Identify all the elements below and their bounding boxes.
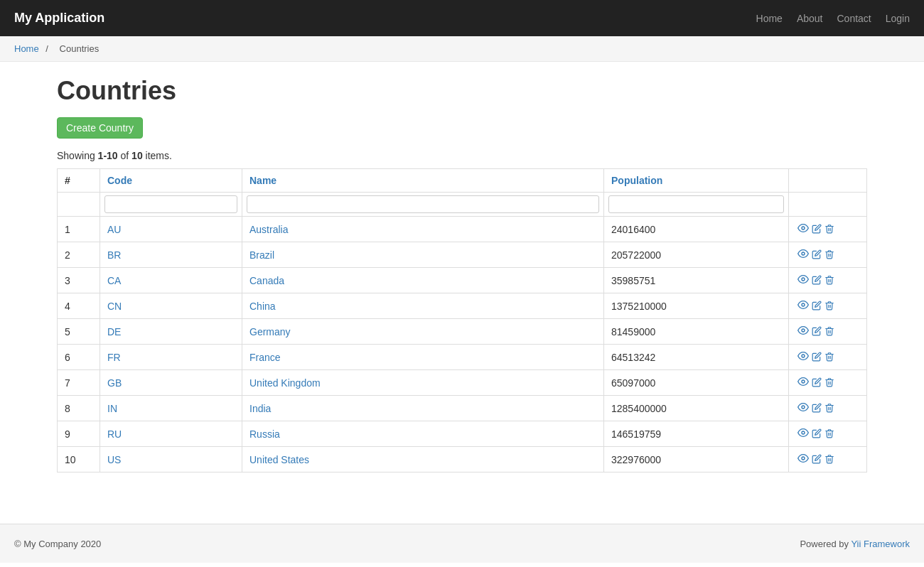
col-header-name[interactable]: Name (242, 169, 604, 193)
footer-copyright: © My Company 2020 (14, 539, 101, 549)
cell-num: 5 (58, 319, 100, 345)
delete-icon[interactable] (824, 275, 834, 287)
name-link[interactable]: China (249, 301, 276, 312)
code-link[interactable]: GB (107, 377, 122, 389)
svg-point-2 (802, 278, 805, 281)
view-icon[interactable] (797, 376, 809, 389)
delete-icon[interactable] (824, 326, 834, 338)
name-link[interactable]: Canada (249, 275, 284, 286)
cell-code: BR (100, 242, 242, 268)
nav-item-home[interactable]: Home (756, 13, 783, 24)
view-icon[interactable] (797, 350, 809, 364)
delete-icon[interactable] (824, 301, 834, 313)
code-link[interactable]: DE (107, 326, 121, 338)
table-row: 8INIndia1285400000 (58, 396, 867, 421)
footer-powered-by-prefix: Powered by (800, 539, 851, 549)
name-link[interactable]: United States (249, 454, 309, 465)
code-link[interactable]: CN (107, 301, 122, 312)
view-icon[interactable] (797, 222, 809, 236)
filter-population-input[interactable] (608, 195, 784, 213)
name-link[interactable]: France (249, 352, 281, 363)
col-header-code[interactable]: Code (100, 169, 242, 193)
nav-item-contact[interactable]: Contact (837, 13, 871, 24)
view-icon[interactable] (797, 325, 809, 338)
navbar-brand[interactable]: My Application (14, 11, 104, 26)
main-content: Countries Create Country Showing 1-10 of… (0, 62, 924, 524)
code-link[interactable]: RU (107, 428, 122, 440)
breadcrumb-separator: / (45, 43, 50, 54)
cell-code: AU (100, 217, 242, 242)
filter-name-input[interactable] (247, 195, 599, 213)
view-icon[interactable] (797, 453, 809, 466)
cell-code: US (100, 447, 242, 472)
name-link[interactable]: Germany (249, 326, 291, 338)
cell-code: GB (100, 370, 242, 396)
nav-item-login[interactable]: Login (886, 13, 910, 24)
cell-num: 9 (58, 421, 100, 447)
view-icon[interactable] (797, 299, 809, 313)
code-link[interactable]: CA (107, 275, 121, 286)
name-link[interactable]: Russia (249, 428, 280, 440)
table-row: 10USUnited States322976000 (58, 447, 867, 472)
name-link[interactable]: Australia (249, 224, 288, 235)
edit-icon[interactable] (812, 275, 822, 287)
footer-powered-by: Powered by Yii Framework (800, 539, 910, 549)
edit-icon[interactable] (812, 352, 822, 364)
cell-actions (789, 421, 867, 447)
edit-icon[interactable] (812, 224, 822, 236)
cell-num: 3 (58, 268, 100, 293)
svg-point-1 (802, 252, 805, 255)
cell-name: France (242, 345, 604, 370)
edit-icon[interactable] (812, 301, 822, 313)
view-icon[interactable] (797, 248, 809, 261)
cell-code: RU (100, 421, 242, 447)
breadcrumb: Home / Countries (0, 36, 924, 62)
cell-population: 205722000 (604, 242, 789, 268)
showing-range: 1-10 (98, 150, 118, 161)
view-icon[interactable] (797, 427, 809, 441)
edit-icon[interactable] (812, 377, 822, 389)
cell-actions (789, 345, 867, 370)
delete-icon[interactable] (824, 377, 834, 389)
name-link[interactable]: Brazil (249, 249, 274, 261)
name-link[interactable]: United Kingdom (249, 377, 321, 389)
edit-icon[interactable] (812, 249, 822, 261)
page-title: Countries (57, 76, 867, 106)
edit-icon[interactable] (812, 326, 822, 338)
breadcrumb-home[interactable]: Home (14, 43, 39, 54)
delete-icon[interactable] (824, 428, 834, 441)
delete-icon[interactable] (824, 403, 834, 415)
cell-num: 10 (58, 447, 100, 472)
edit-icon[interactable] (812, 454, 822, 466)
code-link[interactable]: AU (107, 224, 121, 235)
code-link[interactable]: BR (107, 249, 121, 261)
nav-item-about[interactable]: About (797, 13, 823, 24)
code-link[interactable]: FR (107, 352, 121, 363)
code-link[interactable]: IN (107, 403, 117, 414)
filter-code-input[interactable] (104, 195, 237, 213)
cell-population: 24016400 (604, 217, 789, 242)
svg-point-7 (802, 406, 805, 409)
svg-point-8 (802, 431, 805, 434)
navbar-nav: Home About Contact Login (756, 13, 910, 24)
cell-population: 146519759 (604, 421, 789, 447)
col-header-population[interactable]: Population (604, 169, 789, 193)
table-body: 1AUAustralia240164002BRBrazil2057220003C… (58, 217, 867, 472)
view-icon[interactable] (797, 401, 809, 415)
cell-actions (789, 217, 867, 242)
delete-icon[interactable] (824, 454, 834, 466)
edit-icon[interactable] (812, 428, 822, 441)
footer-yii-link[interactable]: Yii Framework (851, 539, 910, 549)
name-link[interactable]: India (249, 403, 271, 414)
showing-total: 10 (131, 150, 143, 161)
create-country-button[interactable]: Create Country (57, 117, 143, 139)
delete-icon[interactable] (824, 249, 834, 261)
svg-point-0 (802, 227, 805, 230)
delete-icon[interactable] (824, 352, 834, 364)
view-icon[interactable] (797, 274, 809, 287)
edit-icon[interactable] (812, 403, 822, 415)
data-table: # Code Name Population 1AUA (57, 168, 867, 472)
delete-icon[interactable] (824, 224, 834, 236)
cell-name: United States (242, 447, 604, 472)
code-link[interactable]: US (107, 454, 121, 465)
